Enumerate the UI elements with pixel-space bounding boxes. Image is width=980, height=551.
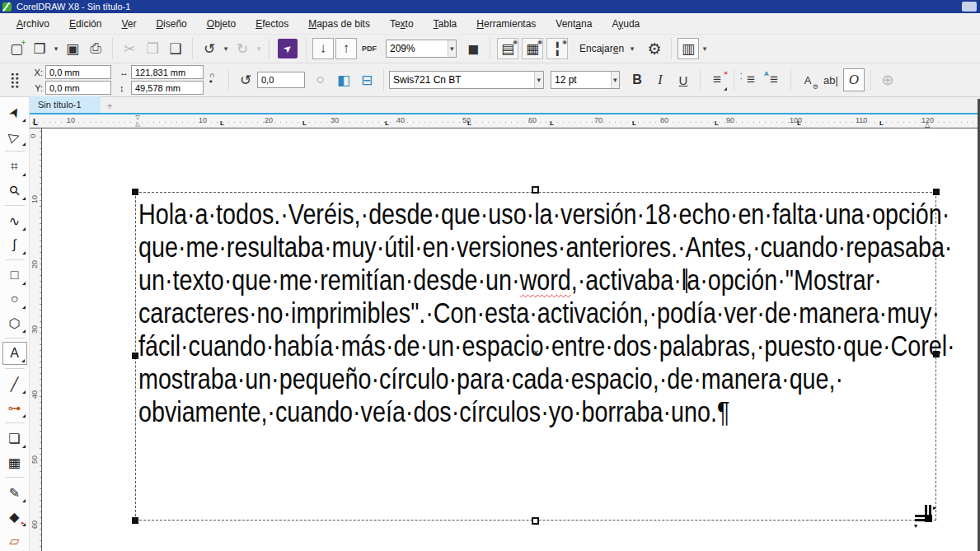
window-control-partial[interactable] [962,2,977,12]
bulleted-list-icon[interactable]: ≡ ⁚ [740,68,762,91]
parallel-dimension-tool[interactable]: ╱ [2,372,27,395]
fullscreen-preview-icon[interactable]: ◼ [462,37,484,60]
rectangle-tool[interactable]: □ [2,264,27,287]
artistic-media-tool[interactable]: ∫ [2,233,27,256]
property-bar-toggle-icon[interactable]: ▥ [678,38,699,59]
character-formatting-icon[interactable]: A ⚙ [797,68,818,91]
font-family-combo[interactable]: ▾ [389,71,544,89]
tab-stop-marker[interactable]: L [467,119,471,127]
selection-handle-top-left[interactable] [132,189,138,195]
right-indent-marker[interactable]: △ [925,121,930,128]
export-icon[interactable]: ↑ [335,38,357,59]
print-icon[interactable]: ⎙ [85,37,106,60]
paste-icon[interactable]: ❑ [165,37,186,60]
selection-handle-top-right[interactable] [933,189,940,195]
new-tab-button[interactable]: + [101,98,119,113]
zoom-dropdown-icon[interactable]: ▾ [448,40,456,57]
tab-stop-marker[interactable]: L [632,119,636,127]
menu-item-efectos[interactable]: Efectos [246,13,298,35]
undo-dropdown-icon[interactable]: ▾ [221,37,231,60]
mirror-vertical-icon[interactable]: ⊟ [356,68,377,91]
menu-item-diseño[interactable]: Diseño [146,13,196,35]
drop-cap-icon[interactable]: ≡ A [763,68,785,91]
snap-to-button[interactable]: Encajar en [576,43,627,54]
zoom-level-combo[interactable]: ▾ [386,40,457,58]
drop-shadow-tool[interactable]: ❏ [2,427,27,450]
connector-tool[interactable]: ⊶ [2,396,27,419]
vertical-ruler[interactable]: 0102030405060 [30,128,41,551]
tab-stop-marker[interactable]: L [715,119,719,127]
zoom-level-input[interactable] [387,43,448,54]
options-gear-icon[interactable]: ⚙ [644,37,665,60]
edit-text-icon[interactable]: ab| [820,68,842,91]
x-position-field[interactable] [45,65,111,79]
bold-button[interactable]: B [626,68,648,91]
text-flow-resize-handle[interactable]: ▸ ▾ [917,507,935,525]
smart-fill-tool[interactable]: ▱ [2,529,27,551]
menu-item-tabla[interactable]: Tabla [424,13,467,35]
crop-tool[interactable]: ⌗ [2,155,27,178]
show-guidelines-icon[interactable]: ╏ ◉ [546,38,568,59]
save-icon[interactable]: ▣ [62,37,83,60]
tab-stop-marker[interactable]: L [797,119,801,127]
document-tab[interactable]: Sin título-1 [30,96,101,113]
tab-stop-marker[interactable]: L [550,119,554,127]
snap-to-dropdown-icon[interactable]: ▾ [627,37,637,60]
menu-item-edición[interactable]: Edición [59,13,111,35]
object-height-field[interactable] [131,81,204,95]
transparency-tool[interactable]: ▦ [2,451,27,474]
menu-item-ayuda[interactable]: Ayuda [602,13,649,35]
color-eyedropper-tool[interactable]: ✎ [2,481,27,504]
pick-tool[interactable]: ➤ [2,100,27,124]
tab-stop-marker[interactable]: L [385,119,389,127]
selection-handle-top-center[interactable] [532,186,539,194]
lock-ratio-icon[interactable]: ∩ ▪ [209,72,218,88]
mirror-horizontal-icon[interactable]: ◧ [333,68,354,91]
publish-pdf-icon[interactable]: PDF [359,37,380,60]
tab-stop-marker[interactable]: L [220,119,224,127]
menu-item-archivo[interactable]: Archivo [7,13,59,35]
underline-button[interactable]: U [673,68,694,91]
menu-item-herramientas[interactable]: Herramientas [467,13,546,35]
property-bar-dropdown-icon[interactable]: ▾ [700,37,710,60]
selection-handle-middle-left[interactable] [132,353,138,359]
font-size-combo[interactable]: ▾ [551,71,620,89]
open-icon[interactable]: ❒ [29,37,50,60]
shape-tool[interactable]: ▷ [2,124,27,147]
selection-handle-bottom-center[interactable] [532,517,539,525]
zoom-tool[interactable]: ⚲ [2,179,27,202]
drawing-canvas[interactable]: Hola·a·todos.·Veréis,·desde·que·uso·la·v… [41,128,980,551]
italic-button[interactable]: I [649,68,671,91]
new-document-icon[interactable]: ▢ + [6,37,27,60]
show-rulers-icon[interactable]: ▤ ◉ [497,38,518,59]
y-position-field[interactable] [45,81,111,95]
selection-handle-middle-right[interactable] [933,351,940,357]
interactive-opentype-button[interactable]: O [843,68,865,91]
font-size-input[interactable] [551,74,611,86]
horizontal-ruler[interactable]: L10102030405060708090100110120LLLLLLLLL▽… [30,114,980,128]
menu-item-ver[interactable]: Ver [111,13,146,35]
rotation-angle-field[interactable] [257,72,305,88]
tab-stop-marker[interactable]: L [302,119,307,127]
polygon-tool[interactable]: ⬡ [2,311,27,334]
indent-origin-marker[interactable]: ▽△ [134,114,142,128]
application-launcher-icon[interactable]: ➤ [278,39,298,58]
interactive-fill-tool[interactable]: ◆▸ [2,505,27,528]
menu-item-texto[interactable]: Texto [380,13,424,35]
text-alignment-icon[interactable]: ≡ × [706,68,728,91]
tab-stop-marker[interactable]: L [879,119,884,127]
font-family-input[interactable] [390,74,534,86]
font-family-dropdown-icon[interactable]: ▾ [534,72,543,88]
ellipse-tool[interactable]: ○ [2,287,27,311]
show-grid-icon[interactable]: ▦ ◉ [522,38,543,59]
selection-handle-bottom-left[interactable] [132,517,138,524]
freehand-tool[interactable]: ∿ [2,209,27,232]
font-size-dropdown-icon[interactable]: ▾ [611,72,619,88]
menu-item-ventana[interactable]: Ventana [546,13,602,35]
object-width-field[interactable] [131,65,204,79]
menu-item-mapas-de-bits[interactable]: Mapas de bits [298,13,380,35]
open-dropdown-icon[interactable]: ▾ [51,37,61,60]
text-tool[interactable]: A [2,342,27,365]
undo-icon[interactable]: ↺ [199,37,220,60]
menu-item-objeto[interactable]: Objeto [197,13,246,35]
